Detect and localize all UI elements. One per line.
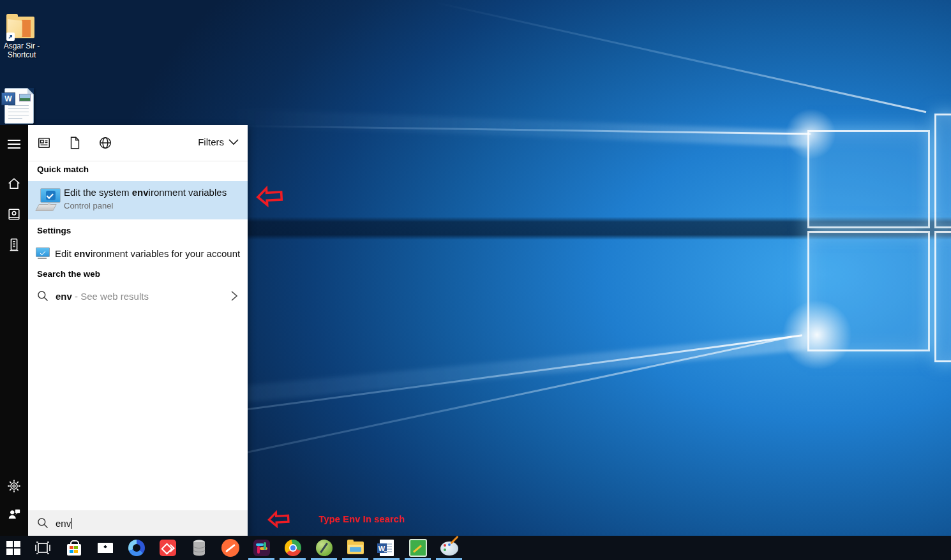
- shutter-icon: [128, 540, 145, 556]
- notebook-icon[interactable]: [0, 200, 28, 228]
- desktop-icon-label: Shortcut: [8, 50, 36, 59]
- search-flyout-panel: Filters Quick match Edit the system envi…: [28, 125, 248, 536]
- slack-hash-icon: [253, 540, 270, 556]
- web-filter-icon[interactable]: [98, 136, 112, 150]
- result-title: Edit the system environment variables: [64, 187, 227, 198]
- task-view-button[interactable]: [27, 536, 58, 560]
- task-view-icon: [34, 541, 51, 555]
- light-beam: [243, 125, 811, 135]
- light-beam: [230, 108, 811, 147]
- red-diamond-app-icon[interactable]: [152, 536, 183, 560]
- search-flyout-rail: [0, 125, 28, 536]
- folder-icon: [347, 542, 364, 554]
- android-studio-icon[interactable]: [308, 536, 340, 560]
- result-edit-system-environment-variables[interactable]: Edit the system environment variables Co…: [28, 181, 248, 219]
- result-title: Edit environment variables for your acco…: [55, 248, 240, 259]
- desktop-icon-word-document[interactable]: W: [0, 88, 43, 124]
- hamburger-menu-icon[interactable]: [0, 130, 28, 158]
- result-subtitle: Control panel: [64, 201, 113, 210]
- diamond-icon: [160, 540, 176, 556]
- settings-heading: Settings: [37, 226, 71, 235]
- chrome-logo-icon: [285, 540, 301, 556]
- apps-filter-icon[interactable]: [37, 136, 51, 150]
- window-pane-top-left: [807, 130, 930, 228]
- devices-icon[interactable]: [0, 231, 28, 259]
- word-document-icon: W: [4, 88, 34, 124]
- blue-shutter-app-icon[interactable]: [121, 536, 152, 560]
- slack-icon[interactable]: [246, 536, 277, 560]
- mail-icon[interactable]: [89, 536, 121, 560]
- start-button[interactable]: [0, 536, 27, 560]
- file-explorer-icon[interactable]: [340, 536, 371, 560]
- notepad-pencil-icon: [409, 539, 427, 557]
- desktop-icon-label: Asgar Sir -: [4, 41, 40, 50]
- paint-icon[interactable]: [433, 536, 465, 560]
- settings-gear-icon[interactable]: [0, 472, 28, 500]
- result-edit-env-variables-account[interactable]: Edit environment variables for your acco…: [28, 242, 248, 264]
- window-pane-bottom-left: [807, 231, 930, 351]
- web-result-text: env - See web results: [56, 291, 149, 302]
- documents-filter-icon[interactable]: [68, 136, 82, 150]
- postman-rocket-icon: [221, 539, 239, 557]
- system-properties-computer-icon: [36, 187, 63, 214]
- filters-dropdown[interactable]: Filters: [198, 136, 239, 147]
- microsoft-store-icon[interactable]: [58, 536, 89, 560]
- android-studio-compass-icon: [316, 540, 333, 556]
- quick-match-heading: Quick match: [37, 165, 89, 174]
- envelope-icon: [98, 543, 113, 553]
- word-icon[interactable]: W: [371, 536, 402, 560]
- chrome-icon[interactable]: [277, 536, 308, 560]
- store-bag-icon: [67, 544, 81, 556]
- taskbar: W: [0, 536, 951, 560]
- folder-icon: [6, 14, 37, 40]
- filters-label: Filters: [198, 136, 224, 147]
- annotation-note: Type Env In search: [318, 514, 405, 524]
- palette-brush-icon: [440, 542, 458, 556]
- windows-logo-icon: [6, 541, 20, 555]
- annotation-arrow-search-box: [267, 510, 290, 531]
- settings-monitor-icon: [36, 247, 49, 259]
- window-pane-top-right: [934, 114, 951, 228]
- word-document-icon: W: [380, 540, 394, 556]
- search-icon: [36, 517, 49, 529]
- result-web-search[interactable]: env - See web results: [28, 284, 248, 307]
- flyout-header: Filters: [28, 125, 248, 161]
- database-app-icon[interactable]: [183, 536, 214, 560]
- search-input[interactable]: env: [28, 510, 248, 536]
- window-pane-bottom-right: [934, 231, 951, 362]
- chevron-right-icon: [230, 290, 239, 302]
- home-icon[interactable]: [0, 170, 28, 198]
- postman-icon[interactable]: [214, 536, 246, 560]
- light-beam: [434, 1, 927, 113]
- chevron-down-icon: [228, 139, 239, 145]
- shortcut-arrow-icon: [6, 33, 15, 41]
- desktop-icon-folder-shortcut[interactable]: Asgar Sir - Shortcut: [0, 14, 46, 59]
- annotation-arrow-quick-match: [256, 186, 284, 210]
- search-input-value: env: [56, 518, 71, 529]
- search-icon: [36, 290, 49, 302]
- text-caret: [71, 518, 72, 529]
- feedback-icon[interactable]: [0, 500, 28, 528]
- database-cylinder-icon: [192, 540, 206, 556]
- search-web-heading: Search the web: [37, 269, 100, 279]
- green-notepad-icon[interactable]: [402, 536, 433, 560]
- windows-desktop-screen: Asgar Sir - Shortcut W: [0, 0, 951, 560]
